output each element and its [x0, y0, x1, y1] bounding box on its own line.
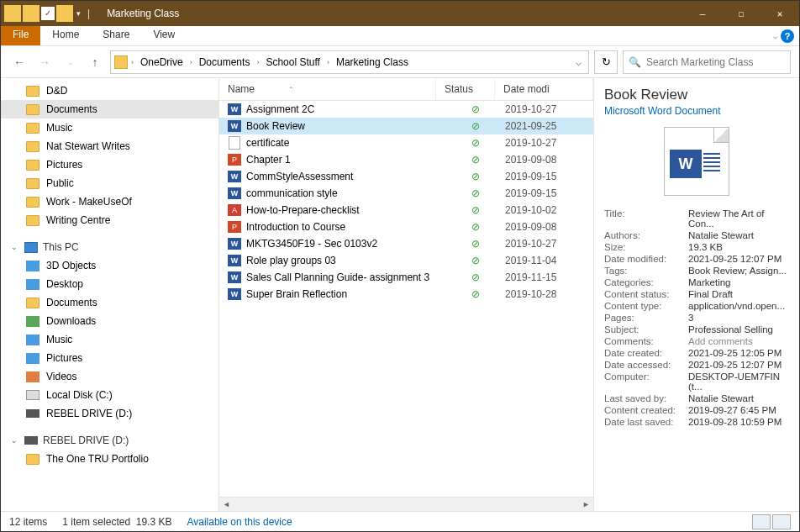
sidebar-item[interactable]: Documents [1, 100, 218, 119]
property-row: Content created:2019-09-27 6:45 PM [604, 404, 789, 416]
breadcrumb[interactable]: School Stuff [262, 55, 324, 70]
breadcrumb[interactable]: OneDrive [137, 55, 187, 70]
column-header-status[interactable]: Status [436, 78, 495, 100]
property-value: Marketing [688, 277, 789, 288]
sidebar-item[interactable]: Music [1, 119, 218, 137]
address-dropdown-icon[interactable]: ⌵ [572, 53, 585, 71]
sidebar-group-rebel-drive[interactable]: ⌄REBEL DRIVE (D:) [1, 431, 218, 450]
sidebar-item[interactable]: Pictures [1, 155, 218, 174]
sidebar-item[interactable]: The One TRU Portfolio [1, 450, 218, 468]
folder-icon[interactable] [56, 5, 73, 22]
file-row[interactable]: PIntroduction to Course⊘2019-09-08 [219, 219, 593, 235]
chevron-down-icon[interactable]: ▾ [75, 9, 82, 18]
sidebar-item[interactable]: Music [1, 330, 218, 349]
folder-icon[interactable] [4, 5, 21, 22]
tab-file[interactable]: File [1, 26, 40, 45]
sidebar-item[interactable]: D&D [1, 82, 218, 100]
tab-view[interactable]: View [141, 26, 187, 45]
column-header-date[interactable]: Date modi [495, 78, 593, 100]
property-row: Title:Review The Art of Con... [604, 208, 789, 229]
tab-home[interactable]: Home [40, 26, 91, 45]
sidebar-item[interactable]: Videos [1, 367, 218, 386]
file-row[interactable]: WSales Call Planning Guide- assignment 3… [219, 269, 593, 286]
sidebar-item[interactable]: Work - MakeUseOf [1, 192, 218, 211]
sidebar-item[interactable]: Local Disk (C:) [1, 386, 218, 404]
minimize-button[interactable]: — [683, 1, 722, 26]
file-row[interactable]: WRole play groups 03⊘2019-11-04 [219, 252, 593, 269]
file-row[interactable]: certificate⊘2019-10-27 [219, 134, 593, 151]
sidebar-item[interactable]: Desktop [1, 275, 218, 293]
horizontal-scrollbar[interactable]: ◄ ► [219, 497, 593, 511]
forward-button[interactable]: → [34, 52, 55, 72]
sidebar-item[interactable]: Downloads [1, 312, 218, 330]
property-key: Date last saved: [604, 416, 688, 428]
property-value[interactable]: Add comments [688, 335, 789, 347]
file-row[interactable]: AHow-to-Prepare-checklist⊘2019-10-02 [219, 202, 593, 219]
sidebar-item[interactable]: Documents [1, 293, 218, 312]
breadcrumb[interactable]: Documents [196, 55, 254, 70]
sidebar-item[interactable]: Nat Stewart Writes [1, 137, 218, 155]
file-date: 2019-10-27 [505, 103, 593, 115]
property-value: 2019-09-27 6:45 PM [688, 404, 789, 416]
sync-status-icon: ⊘ [446, 221, 505, 233]
column-header-name[interactable]: Name⌃ [219, 78, 436, 100]
large-icons-view-icon[interactable] [772, 514, 791, 529]
file-name: communication style [246, 187, 446, 199]
sidebar-item[interactable]: Public [1, 174, 218, 192]
file-row[interactable]: WBook Review⊘2021-09-25 [219, 118, 593, 134]
word-document-icon: W [664, 127, 729, 196]
refresh-button[interactable]: ↻ [594, 50, 618, 74]
file-row[interactable]: PChapter 1⊘2019-09-08 [219, 151, 593, 168]
recent-locations-icon[interactable]: ⌵ [60, 52, 80, 72]
maximize-button[interactable]: ☐ [722, 1, 761, 26]
scroll-right-icon[interactable]: ► [579, 500, 593, 508]
search-placeholder: Search Marketing Class [646, 56, 753, 68]
folder-icon[interactable] [23, 5, 39, 22]
file-row[interactable]: WAssignment 2C⊘2019-10-27 [219, 101, 593, 118]
sidebar-item[interactable]: Pictures [1, 349, 218, 367]
breadcrumb[interactable]: Marketing Class [333, 55, 412, 70]
tab-share[interactable]: Share [91, 26, 141, 45]
ribbon-collapse-icon[interactable]: ⌵ [773, 32, 777, 40]
property-key: Date created: [604, 347, 688, 359]
file-row[interactable]: WMKTG3450F19 - Sec 0103v2⊘2019-10-27 [219, 235, 593, 252]
details-view-icon[interactable] [752, 514, 771, 529]
navigation-pane[interactable]: D&DDocumentsMusicNat Stewart WritesPictu… [1, 78, 219, 511]
expand-icon[interactable]: ⌄ [11, 243, 19, 251]
chevron-right-icon[interactable]: › [255, 58, 261, 66]
sidebar-item[interactable]: REBEL DRIVE (D:) [1, 404, 218, 423]
file-row[interactable]: WCommStyleAssessment⊘2019-09-15 [219, 168, 593, 185]
property-row: Last saved by:Natalie Stewart [604, 392, 789, 404]
file-row[interactable]: Wcommunication style⊘2019-09-15 [219, 185, 593, 202]
chevron-right-icon[interactable]: › [129, 58, 135, 66]
scroll-left-icon[interactable]: ◄ [219, 500, 234, 508]
up-button[interactable]: ↑ [85, 52, 105, 72]
search-input[interactable]: 🔍 Search Marketing Class [623, 50, 791, 74]
status-availability[interactable]: Available on this device [187, 516, 292, 528]
address-bar[interactable]: › OneDrive › Documents › School Stuff › … [110, 50, 589, 74]
property-key: Comments: [604, 335, 688, 347]
chevron-right-icon[interactable]: › [325, 58, 331, 66]
help-icon[interactable]: ? [781, 29, 794, 43]
back-button[interactable]: ← [9, 52, 29, 72]
chevron-right-icon[interactable]: › [188, 58, 194, 66]
sidebar-group-this-pc[interactable]: ⌄This PC [1, 238, 218, 256]
property-key: Size: [604, 241, 688, 253]
properties-icon[interactable]: ✓ [41, 7, 55, 20]
document-icon [229, 136, 240, 150]
close-button[interactable]: ✕ [761, 1, 799, 26]
sidebar-item-label: D&D [46, 85, 67, 97]
details-properties: Title:Review The Art of Con...Authors:Na… [604, 208, 789, 428]
drive-icon [26, 390, 39, 400]
folder-icon [26, 86, 39, 97]
sidebar-item[interactable]: 3D Objects [1, 256, 218, 275]
window-title: Marketing Class [107, 8, 179, 19]
sidebar-item[interactable]: Writing Centre [1, 211, 218, 229]
file-row[interactable]: WSuper Brain Reflection⊘2019-10-28 [219, 286, 593, 303]
drive-icon [26, 298, 39, 308]
word-icon: W [228, 288, 241, 300]
expand-icon[interactable]: ⌄ [11, 436, 19, 445]
file-list[interactable]: WAssignment 2C⊘2019-10-27WBook Review⊘20… [219, 101, 593, 497]
property-value: 2021-09-25 12:07 PM [688, 253, 789, 265]
property-key: Content status: [604, 288, 688, 300]
